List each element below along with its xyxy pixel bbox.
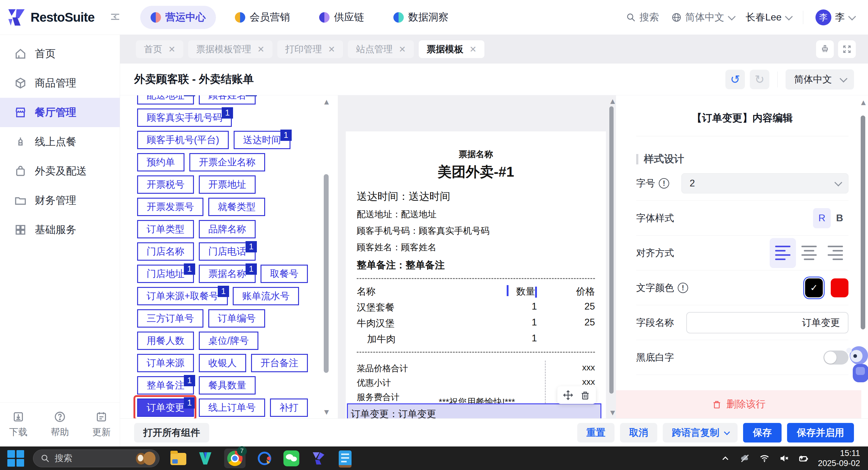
sidebar-item-1[interactable]: 商品管理 <box>0 68 120 98</box>
field-button[interactable]: 订单来源+取餐号1 <box>137 287 228 305</box>
tab-4[interactable]: 票据模板✕ <box>419 40 485 58</box>
sidebar-footer-1[interactable]: 帮助 <box>51 411 69 439</box>
selected-component[interactable]: 订单变更：订单变更 <box>347 403 601 418</box>
field-button[interactable]: 顾客真实手机号码1 <box>137 109 232 127</box>
font-regular-button[interactable]: R <box>813 208 831 228</box>
nav-item-2[interactable]: 供应链 <box>309 6 374 29</box>
notepad-icon[interactable] <box>337 450 353 466</box>
scroll-up-icon[interactable]: ▲ <box>609 97 615 105</box>
scroll-down-icon[interactable]: ▼ <box>322 408 331 416</box>
receipt-info-line[interactable]: 配送地址：配送地址 <box>357 208 595 221</box>
sidebar-footer-2[interactable]: 更新 <box>92 411 111 439</box>
receipt-name-label[interactable]: 票据名称 <box>357 148 595 160</box>
field-button[interactable]: 开台备注 <box>251 354 308 372</box>
battery-saver-icon[interactable] <box>798 453 809 464</box>
tab-3[interactable]: 站点管理✕ <box>348 40 413 58</box>
receipt-title[interactable]: 美团外卖-#1 <box>357 163 595 181</box>
tab-1[interactable]: 票据模板管理✕ <box>188 40 272 58</box>
undo-button[interactable]: ↺ <box>725 70 745 89</box>
scroll-up-icon[interactable]: ▲ <box>322 98 331 106</box>
delete-row-button[interactable]: 删除该行 <box>616 390 861 418</box>
tab-2[interactable]: 打印管理✕ <box>277 40 343 58</box>
template-language-select[interactable]: 简体中文 <box>785 69 854 90</box>
field-button[interactable]: 品牌名称 <box>199 220 256 238</box>
tab-0[interactable]: 首页✕ <box>136 40 183 58</box>
field-button[interactable]: 门店名称 <box>137 242 194 261</box>
sidebar-item-3[interactable]: 线上点餐 <box>0 127 120 156</box>
nav-item-3[interactable]: 数据洞察 <box>383 6 459 29</box>
nav-item-0[interactable]: 营运中心 <box>140 6 216 29</box>
field-button[interactable]: 账单流水号 <box>233 287 299 305</box>
field-button[interactable]: 线上订单号 <box>199 399 265 417</box>
field-button[interactable]: 开票发票号 <box>137 198 204 216</box>
close-icon[interactable]: ✕ <box>399 44 406 54</box>
wifi-icon[interactable] <box>759 453 770 464</box>
receipt-info-line[interactable]: 顾客手机号码：顾客真实手机号码 <box>357 225 595 237</box>
sidebar-footer-0[interactable]: 下载 <box>9 411 28 439</box>
font-bold-button[interactable]: B <box>831 208 848 228</box>
align-left-button[interactable] <box>770 238 796 268</box>
components-scrollbar[interactable]: ▲ ▼ <box>322 98 331 416</box>
receipt-item-row[interactable]: 汉堡套餐125 <box>357 301 595 314</box>
field-button[interactable]: 订单类型 <box>137 220 194 238</box>
onedrive-paused-icon[interactable] <box>740 453 750 464</box>
scrollbar-thumb[interactable] <box>609 106 614 393</box>
receipt-preview[interactable]: 票据名称 美团外卖-#1 送达时间：送达时间 配送地址：配送地址顾客手机号码：顾… <box>346 131 606 418</box>
field-button[interactable]: 收银人 <box>199 354 246 372</box>
wechat-icon[interactable] <box>283 450 299 466</box>
scroll-up-icon[interactable]: ▲ <box>860 98 867 106</box>
canvas-scrollbar[interactable]: ▲ ▼ <box>609 97 615 416</box>
sidebar-item-0[interactable]: 首页 <box>0 39 120 68</box>
field-button[interactable]: 订单变更1 <box>137 399 194 417</box>
tray-clock[interactable]: 15:11 2025-09-02 <box>818 448 860 468</box>
save-button[interactable]: 保存 <box>743 423 781 442</box>
scrollbar-thumb[interactable] <box>861 116 865 329</box>
language-switcher[interactable]: 简体中文 <box>671 11 734 24</box>
nav-item-1[interactable]: 会员营销 <box>224 6 300 29</box>
fullscreen-button[interactable] <box>838 40 856 58</box>
chrome-icon[interactable]: 7 <box>224 449 246 468</box>
field-button[interactable]: 开票企业名称 <box>189 153 265 171</box>
close-icon[interactable]: ✕ <box>328 44 335 54</box>
align-center-button[interactable] <box>796 238 822 268</box>
field-button[interactable]: 开票税号 <box>137 175 194 194</box>
taskbar-search[interactable]: 搜索 <box>33 449 159 467</box>
restosuite-app-icon[interactable] <box>310 450 326 466</box>
start-button[interactable] <box>7 450 25 467</box>
reset-button[interactable]: 重置 <box>577 423 615 442</box>
editor-scrollbar[interactable]: ▲ <box>860 98 867 385</box>
sidebar-item-5[interactable]: 财务管理 <box>0 186 120 215</box>
field-button[interactable]: 用餐人数 <box>137 331 194 350</box>
font-size-select[interactable]: 2 <box>681 173 848 194</box>
sidebar-item-6[interactable]: 基础服务 <box>0 215 120 244</box>
app-q-icon[interactable] <box>256 450 273 466</box>
close-icon[interactable]: ✕ <box>469 44 476 54</box>
trash-icon[interactable] <box>580 390 590 400</box>
receipt-remark-line[interactable]: 整单备注：整单备注 <box>357 259 595 272</box>
receipt-info-line[interactable]: 顾客姓名：顾客姓名 <box>357 241 595 254</box>
field-button[interactable]: 订单来源 <box>137 354 194 372</box>
receipt-item-row[interactable]: 加牛肉1 <box>357 333 595 346</box>
scrollbar-thumb[interactable] <box>324 174 329 373</box>
user-menu[interactable]: 李 李 <box>815 9 854 25</box>
field-button[interactable]: 顾客姓名1 <box>199 95 256 105</box>
app-v-icon[interactable] <box>197 450 213 466</box>
field-button[interactable]: 开票地址 <box>199 175 256 194</box>
field-button[interactable]: 票据名称1 <box>199 265 256 283</box>
field-button[interactable]: 补打 <box>270 399 308 417</box>
store-switcher[interactable]: 长春Lee <box>746 11 791 24</box>
field-button[interactable]: 送达时间1 <box>234 131 290 149</box>
move-icon[interactable] <box>563 390 573 400</box>
redo-button[interactable]: ↻ <box>750 70 769 89</box>
field-button[interactable]: 整单备注1 <box>137 376 194 394</box>
tray-expand-icon[interactable] <box>720 453 731 464</box>
global-search[interactable]: 搜索 <box>626 11 659 24</box>
field-button[interactable]: 订单编号 <box>208 309 265 328</box>
save-enable-button[interactable]: 保存并启用 <box>787 423 854 442</box>
field-button[interactable]: 配送地址1 <box>137 95 194 105</box>
sidebar-collapse-icon[interactable] <box>109 11 121 24</box>
cross-language-copy-button[interactable]: 跨语言复制 <box>663 423 738 442</box>
close-icon[interactable]: ✕ <box>257 44 264 54</box>
field-button[interactable]: 顾客手机号(平台) <box>137 131 229 149</box>
receipt-delivery-line[interactable]: 送达时间：送达时间 <box>357 189 595 204</box>
